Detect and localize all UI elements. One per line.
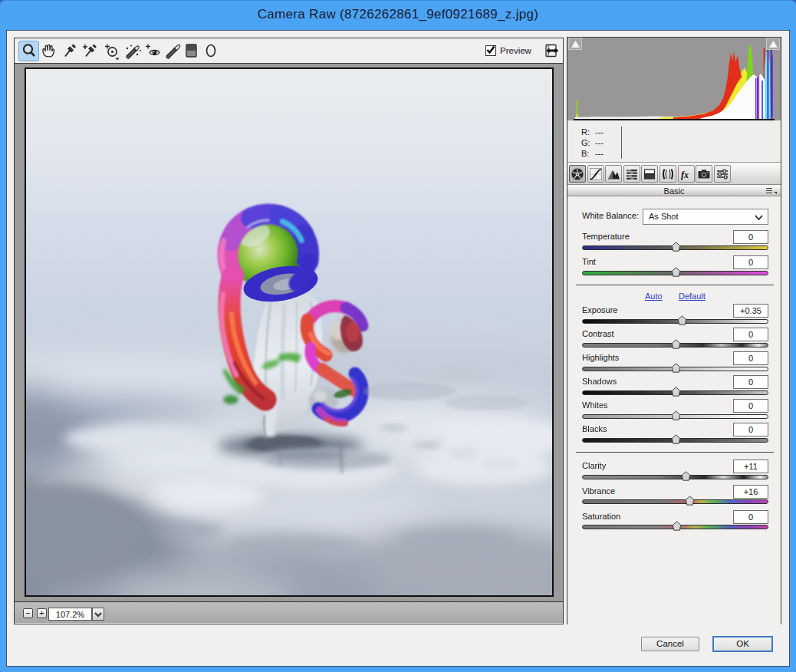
svg-text:fx: fx xyxy=(681,170,689,180)
